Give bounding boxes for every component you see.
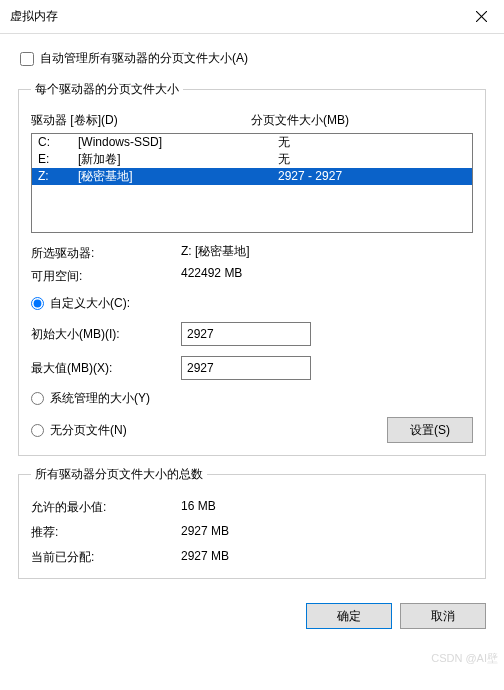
drive-letter: E: <box>38 151 78 168</box>
close-button[interactable] <box>459 0 504 34</box>
selected-drive-row: 所选驱动器: Z: [秘密基地] <box>31 243 473 262</box>
custom-size-radio-row[interactable]: 自定义大小(C): <box>31 295 473 312</box>
ok-button[interactable]: 确定 <box>306 603 392 629</box>
currently-value: 2927 MB <box>181 549 229 566</box>
drive-label: [新加卷] <box>78 151 278 168</box>
drive-list[interactable]: C:[Windows-SSD]无E:[新加卷]无Z:[秘密基地]2927 - 2… <box>31 133 473 233</box>
drive-size: 2927 - 2927 <box>278 168 342 185</box>
no-paging-radio[interactable] <box>31 424 44 437</box>
free-space-row: 可用空间: 422492 MB <box>31 266 473 285</box>
initial-size-label: 初始大小(MB)(I): <box>31 326 181 343</box>
drive-label: [Windows-SSD] <box>78 134 278 151</box>
drive-label: [秘密基地] <box>78 168 278 185</box>
close-icon <box>476 11 487 22</box>
dialog-buttons: 确定 取消 <box>0 593 504 643</box>
free-space-label: 可用空间: <box>31 266 181 285</box>
drive-letter: Z: <box>38 168 78 185</box>
no-paging-radio-label: 无分页文件(N) <box>50 422 127 439</box>
title-bar: 虚拟内存 <box>0 0 504 34</box>
drive-size: 无 <box>278 134 290 151</box>
custom-size-radio[interactable] <box>31 297 44 310</box>
totals-group: 所有驱动器分页文件大小的总数 允许的最小值: 16 MB 推荐: 2927 MB… <box>18 466 486 579</box>
max-size-label: 最大值(MB)(X): <box>31 360 181 377</box>
drive-row[interactable]: Z:[秘密基地]2927 - 2927 <box>32 168 472 185</box>
header-size-col: 分页文件大小(MB) <box>251 112 349 129</box>
currently-label: 当前已分配: <box>31 549 181 566</box>
drive-size: 无 <box>278 151 290 168</box>
cancel-button[interactable]: 取消 <box>400 603 486 629</box>
auto-manage-checkbox[interactable] <box>20 52 34 66</box>
drive-row[interactable]: E:[新加卷]无 <box>32 151 472 168</box>
selected-drive-label: 所选驱动器: <box>31 243 181 262</box>
initial-size-input[interactable] <box>181 322 311 346</box>
custom-size-form: 初始大小(MB)(I): 最大值(MB)(X): <box>31 322 473 380</box>
watermark: CSDN @AI壁 <box>431 651 498 666</box>
drive-list-header: 驱动器 [卷标](D) 分页文件大小(MB) <box>31 112 473 129</box>
totals-legend: 所有驱动器分页文件大小的总数 <box>31 466 207 483</box>
custom-size-radio-label: 自定义大小(C): <box>50 295 130 312</box>
min-allowed-label: 允许的最小值: <box>31 499 181 516</box>
recommended-label: 推荐: <box>31 524 181 541</box>
auto-manage-row[interactable]: 自动管理所有驱动器的分页文件大小(A) <box>20 50 486 67</box>
drive-group: 每个驱动器的分页文件大小 驱动器 [卷标](D) 分页文件大小(MB) C:[W… <box>18 81 486 456</box>
set-button[interactable]: 设置(S) <box>387 417 473 443</box>
drive-group-legend: 每个驱动器的分页文件大小 <box>31 81 183 98</box>
auto-manage-label: 自动管理所有驱动器的分页文件大小(A) <box>40 50 248 67</box>
selected-drive-value: Z: [秘密基地] <box>181 243 250 262</box>
no-paging-radio-row[interactable]: 无分页文件(N) <box>31 417 127 443</box>
system-managed-radio-row[interactable]: 系统管理的大小(Y) <box>31 390 473 407</box>
min-allowed-value: 16 MB <box>181 499 216 516</box>
system-managed-radio[interactable] <box>31 392 44 405</box>
system-managed-radio-label: 系统管理的大小(Y) <box>50 390 150 407</box>
drive-row[interactable]: C:[Windows-SSD]无 <box>32 134 472 151</box>
free-space-value: 422492 MB <box>181 266 242 285</box>
recommended-value: 2927 MB <box>181 524 229 541</box>
drive-letter: C: <box>38 134 78 151</box>
header-drive-col: 驱动器 [卷标](D) <box>31 112 251 129</box>
max-size-input[interactable] <box>181 356 311 380</box>
window-title: 虚拟内存 <box>10 8 58 25</box>
